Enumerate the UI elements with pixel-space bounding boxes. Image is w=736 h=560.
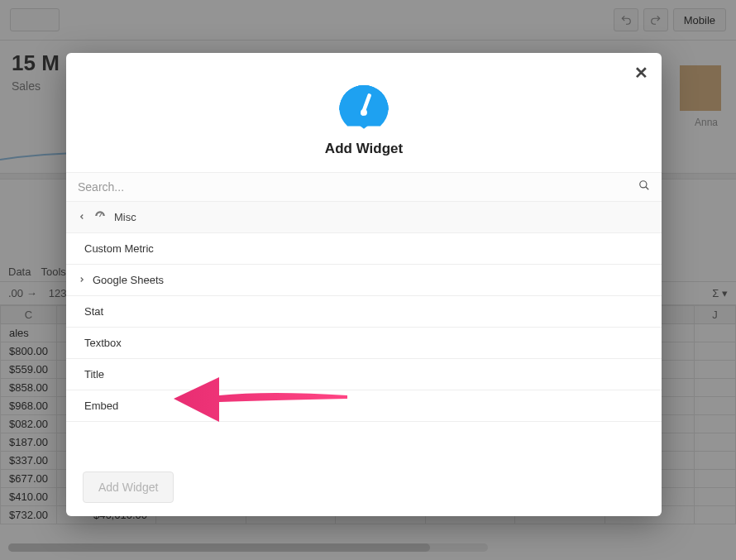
widget-item-label: Textbox [84,337,122,349]
svg-point-2 [640,181,647,188]
add-widget-modal: ✕ Add Widget Misc Custom Metric [66,53,662,516]
add-widget-button[interactable]: Add Widget [83,471,174,503]
widget-item-label: Stat [84,305,103,318]
modal-title: Add Widget [325,141,403,157]
chevron-left-icon [78,211,86,223]
chevron-right-icon [78,274,86,286]
svg-point-1 [361,109,367,116]
close-icon: ✕ [634,64,648,82]
svg-rect-4 [99,213,102,218]
widget-item-label: Title [84,368,104,381]
widget-item-custom-metric[interactable]: Custom Metric [66,233,662,265]
widget-list: Custom Metric Google Sheets Stat Textbox… [66,233,662,458]
widget-item-label: Embed [84,400,118,412]
search-icon [638,179,650,194]
widget-item-embed[interactable]: Embed [66,390,662,422]
widget-item-title[interactable]: Title [66,359,662,390]
widget-item-stat[interactable]: Stat [66,296,662,328]
search-row[interactable] [66,172,662,202]
search-input[interactable] [78,180,638,194]
gauge-icon [337,78,391,131]
widget-item-label: Google Sheets [93,274,164,286]
dashboard-icon [94,210,106,224]
close-button[interactable]: ✕ [634,63,648,83]
breadcrumb-label: Misc [114,211,136,223]
widget-item-label: Custom Metric [84,242,154,255]
widget-item-google-sheets[interactable]: Google Sheets [66,265,662,296]
widget-item-textbox[interactable]: Textbox [66,328,662,359]
breadcrumb[interactable]: Misc [66,202,662,233]
svg-line-3 [646,187,649,190]
